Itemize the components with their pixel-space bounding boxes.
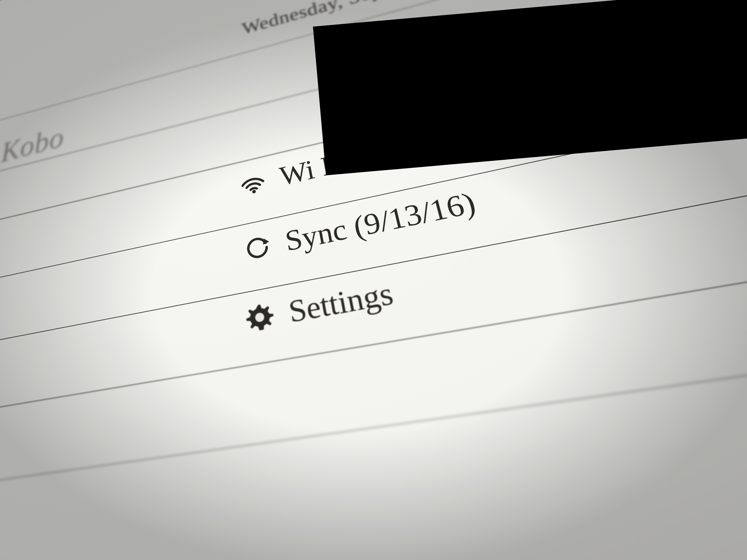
wifi-icon bbox=[238, 168, 267, 198]
menu-item-settings[interactable]: Settings bbox=[243, 275, 396, 338]
ereader-screen: Wednesday, September 14, 2016 Kobo Wi bbox=[0, 0, 747, 560]
status-date: Wednesday, September 14, 2016 bbox=[0, 0, 747, 128]
scene: Wednesday, September 14, 2016 Kobo Wi bbox=[0, 0, 747, 560]
svg-point-0 bbox=[252, 189, 256, 194]
sync-icon bbox=[242, 232, 273, 263]
gear-icon bbox=[244, 301, 276, 334]
menu-item-label: Sync (9/13/16) bbox=[283, 185, 479, 258]
divider bbox=[0, 0, 747, 239]
menu-item-wifi[interactable]: Wi Fi: Enabled bbox=[238, 119, 469, 201]
menu-item-label: Settings bbox=[286, 275, 396, 330]
brand-label: Kobo bbox=[1, 121, 65, 169]
